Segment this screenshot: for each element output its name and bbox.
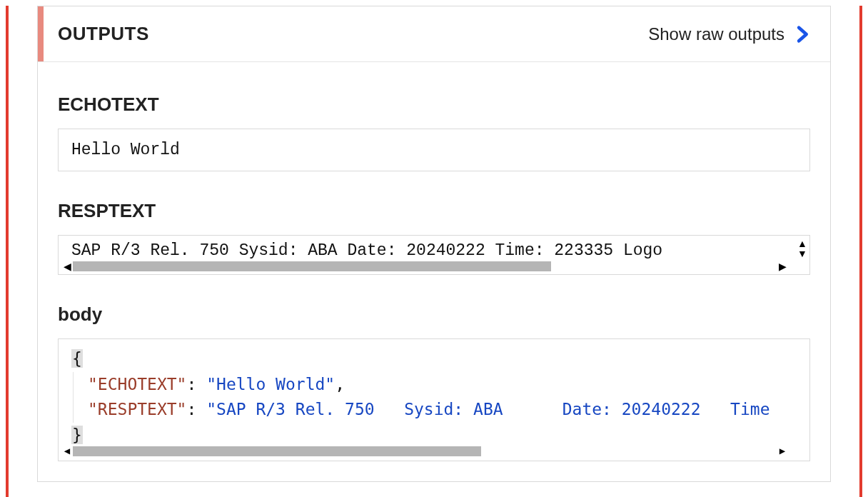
echotext-value: Hello World [58, 129, 810, 171]
scroll-left-icon[interactable]: ◀ [63, 261, 71, 271]
panel-body: ECHOTEXT Hello World RESPTEXT SAP R/3 Re… [38, 62, 830, 481]
echotext-label: ECHOTEXT [58, 94, 810, 116]
scroll-up-icon[interactable]: ▲ [797, 239, 808, 248]
body-json: { "ECHOTEXT": "Hello World", "RESPTEXT":… [71, 346, 797, 448]
body-section: body { "ECHOTEXT": "Hello World", "RESPT… [58, 303, 810, 461]
body-code-box: { "ECHOTEXT": "Hello World", "RESPTEXT":… [58, 338, 810, 461]
panel-header: OUTPUTS Show raw outputs [38, 6, 830, 62]
echotext-section: ECHOTEXT Hello World [58, 94, 810, 171]
scroll-down-icon[interactable]: ▼ [797, 248, 808, 258]
scroll-left-icon[interactable]: ◀ [63, 446, 71, 456]
show-raw-outputs-label: Show raw outputs [648, 24, 784, 44]
resptext-section: RESPTEXT SAP R/3 Rel. 750 Sysid: ABA Dat… [58, 200, 810, 275]
scroll-right-icon[interactable]: ▶ [778, 261, 787, 271]
chevron-right-icon [796, 24, 810, 44]
scroll-right-icon[interactable]: ▶ [778, 446, 787, 456]
panel-title: OUTPUTS [58, 23, 149, 45]
resptext-value: SAP R/3 Rel. 750 Sysid: ABA Date: 202402… [59, 236, 809, 260]
resptext-box: SAP R/3 Rel. 750 Sysid: ABA Date: 202402… [58, 235, 810, 275]
body-hscrollbar[interactable]: ◀ ▶ [61, 445, 788, 458]
body-label: body [58, 303, 810, 326]
scroll-thumb[interactable] [73, 446, 481, 456]
resptext-hscrollbar[interactable]: ◀ ▶ [61, 260, 788, 273]
resptext-label: RESPTEXT [58, 200, 810, 222]
scroll-thumb[interactable] [73, 261, 551, 271]
outputs-panel: OUTPUTS Show raw outputs ECHOTEXT Hello … [37, 6, 831, 482]
show-raw-outputs-toggle[interactable]: Show raw outputs [648, 24, 810, 44]
